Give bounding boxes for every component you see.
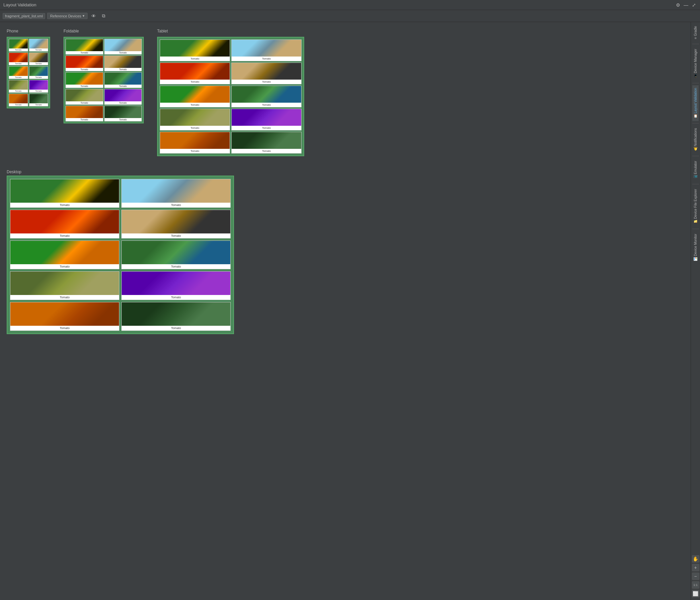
list-item: Tomato [29, 52, 48, 65]
desktop-label: Desktop [7, 170, 684, 174]
list-item: Tomato [29, 39, 48, 51]
sidebar-divider-6 [692, 229, 699, 229]
tablet-section: Tablet Tomato Tomato Tomato [157, 29, 304, 156]
right-sidebar: ≡ Gradle 📱 Device Manager 📋 Layout Valid… [691, 22, 700, 600]
device-monitor-icon: 📊 [694, 257, 697, 261]
list-item: Tomato [10, 271, 119, 300]
list-item: Tomato [29, 66, 48, 79]
toolbar: fragment_plant_list.xml Reference Device… [0, 10, 700, 22]
sidebar-divider-3 [692, 123, 699, 123]
sidebar-item-layout-validation[interactable]: 📋 Layout Validation [692, 85, 699, 121]
sidebar-item-device-file-explorer[interactable]: 📁 Device File Explorer [692, 186, 699, 226]
main-wrapper: Phone Tomato Tomato Tomato [0, 22, 700, 600]
sidebar-item-device-monitor[interactable]: 📊 Device Monitor [692, 231, 699, 264]
list-item: Tomato [160, 132, 230, 153]
list-item: Tomato [10, 210, 119, 238]
list-item: Tomato [104, 55, 142, 71]
list-item: Tomato [29, 80, 48, 93]
list-item: Tomato [121, 240, 231, 269]
list-item: Tomato [231, 63, 302, 84]
desktop-grid: Tomato Tomato Tomato Tomato [10, 179, 231, 331]
list-item: Tomato [231, 109, 302, 130]
content-area: Phone Tomato Tomato Tomato [0, 22, 691, 600]
notifications-label: Notifications [694, 128, 697, 146]
list-item: Tomato [10, 179, 119, 208]
list-item: Tomato [121, 302, 231, 331]
foldable-frame: Tomato Tomato Tomato Tomato [64, 37, 144, 123]
dropdown-chevron-icon: ▾ [82, 14, 84, 18]
device-monitor-label: Device Monitor [694, 234, 697, 256]
emulator-icon: 📺 [694, 175, 697, 179]
list-item: Tomato [9, 39, 28, 51]
list-item: Tomato [121, 179, 231, 208]
zoom-in-button[interactable]: + [692, 564, 699, 571]
list-item: Tomato [121, 271, 231, 300]
list-item: Tomato [160, 40, 230, 61]
phone-grid: Tomato Tomato Tomato Tomato [9, 39, 48, 106]
sidebar-item-emulator[interactable]: 📺 Emulator [692, 158, 699, 182]
list-item: Tomato [9, 94, 28, 106]
list-item: Tomato [231, 40, 302, 61]
list-item: Tomato [9, 80, 28, 93]
list-item: Tomato [9, 66, 28, 79]
list-item: Tomato [66, 39, 103, 54]
eye-icon[interactable]: 👁 [90, 12, 98, 20]
ratio-button[interactable]: 1:1 [692, 581, 699, 589]
grade-label: Gradle [694, 26, 697, 36]
minimize-icon[interactable]: — [683, 2, 689, 8]
list-item: Tomato [231, 86, 302, 107]
list-item: Tomato [9, 52, 28, 65]
sidebar-item-notifications[interactable]: 🔔 Notifications [692, 125, 699, 154]
tablet-grid: Tomato Tomato Tomato Tomato [160, 40, 302, 153]
layout-validation-label: Layout Validation [694, 88, 697, 113]
desktop-frame: Tomato Tomato Tomato Tomato [7, 175, 234, 334]
device-manager-icon: 📱 [694, 74, 697, 78]
list-item: Tomato [10, 240, 119, 269]
emulator-label: Emulator [694, 161, 697, 174]
phone-section: Phone Tomato Tomato Tomato [7, 29, 50, 156]
device-file-explorer-icon: 📁 [694, 220, 697, 224]
list-item: Tomato [29, 94, 48, 106]
move-icon[interactable]: ⤢ [691, 2, 697, 8]
list-item: Tomato [104, 39, 142, 54]
copy-icon[interactable]: ⧉ [100, 12, 108, 20]
dropdown-label: Reference Devices [50, 14, 81, 18]
sidebar-divider-4 [692, 156, 699, 156]
list-item: Tomato [104, 72, 142, 88]
list-item: Tomato [66, 89, 103, 105]
title-bar-actions: ⚙ — ⤢ [675, 2, 697, 8]
foldable-section: Foldable Tomato Tomato Tomat [64, 29, 144, 156]
app-title: Layout Validation [3, 2, 36, 7]
hand-tool-button[interactable]: ✋ [692, 555, 699, 562]
sidebar-item-device-manager[interactable]: 📱 Device Manager [692, 46, 699, 81]
top-device-row: Phone Tomato Tomato Tomato [7, 29, 684, 156]
sidebar-divider-5 [692, 184, 699, 184]
reference-devices-dropdown[interactable]: Reference Devices ▾ [47, 13, 88, 19]
sidebar-divider-2 [692, 83, 699, 83]
tablet-frame: Tomato Tomato Tomato Tomato [157, 37, 304, 156]
list-item: Tomato [160, 86, 230, 107]
list-item: Tomato [231, 132, 302, 153]
layout-validation-icon: 📋 [694, 114, 697, 118]
phone-frame: Tomato Tomato Tomato Tomato [7, 37, 50, 109]
list-item: Tomato [104, 106, 142, 121]
phone-label: Phone [7, 29, 50, 33]
list-item: Tomato [10, 302, 119, 331]
foldable-label: Foldable [64, 29, 144, 33]
list-item: Tomato [66, 106, 103, 121]
settings-icon[interactable]: ⚙ [675, 2, 681, 8]
list-item: Tomato [66, 55, 103, 71]
file-name[interactable]: fragment_plant_list.xml [3, 13, 45, 19]
fit-button[interactable]: ⬜ [692, 590, 699, 597]
sidebar-divider [692, 44, 699, 44]
bottom-tools: ✋ + − 1:1 ⬜ [692, 555, 699, 599]
device-manager-label: Device Manager [694, 49, 697, 73]
desktop-section: Desktop Tomato Tomato Tomato [7, 170, 684, 334]
grade-icon: ≡ [694, 37, 697, 39]
notifications-icon: 🔔 [694, 147, 697, 151]
sidebar-item-grade[interactable]: ≡ Gradle [692, 23, 699, 42]
list-item: Tomato [121, 210, 231, 238]
tablet-label: Tablet [157, 29, 304, 33]
list-item: Tomato [66, 72, 103, 88]
zoom-out-button[interactable]: − [692, 573, 699, 580]
